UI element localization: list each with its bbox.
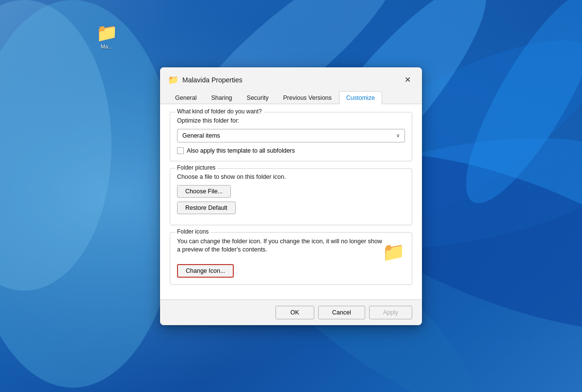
- dropdown-value: General items: [182, 132, 220, 139]
- change-icon-button[interactable]: Change Icon...: [177, 264, 234, 278]
- folder-type-section: What kind of folder do you want? Optimiz…: [170, 112, 412, 161]
- tab-customize[interactable]: Customize: [339, 91, 382, 104]
- ok-button[interactable]: OK: [275, 306, 314, 319]
- tab-sharing[interactable]: Sharing: [204, 91, 239, 104]
- folder-type-label: What kind of folder do you want?: [175, 108, 264, 115]
- dialog-overlay: 📁 Malavida Properties ✕ General Sharing …: [0, 0, 582, 392]
- title-bar-folder-icon: 📁: [168, 75, 178, 85]
- dropdown-arrow-icon: ∨: [396, 133, 400, 138]
- tab-previous-versions[interactable]: Previous Versions: [276, 91, 339, 104]
- folder-icons-label: Folder icons: [175, 228, 210, 235]
- folder-preview-icon: 📁: [382, 241, 405, 263]
- tab-general[interactable]: General: [168, 91, 204, 104]
- folder-pictures-label: Folder pictures: [175, 164, 217, 171]
- folder-pictures-section: Folder pictures Choose a file to show on…: [170, 168, 412, 225]
- subfolder-checkbox-row: Also apply this template to all subfolde…: [177, 147, 405, 154]
- subfolder-checkbox-label: Also apply this template to all subfolde…: [187, 147, 295, 154]
- tabs-bar: General Sharing Security Previous Versio…: [160, 87, 422, 104]
- dialog-footer: OK Cancel Apply: [160, 299, 422, 325]
- title-bar: 📁 Malavida Properties ✕: [160, 67, 422, 87]
- folder-type-subtitle: Optimize this folder for:: [177, 117, 405, 124]
- choose-file-button[interactable]: Choose File...: [177, 185, 231, 198]
- subfolder-checkbox[interactable]: [177, 147, 184, 154]
- tab-security[interactable]: Security: [240, 91, 276, 104]
- folder-pictures-subtitle: Choose a file to show on this folder ico…: [177, 173, 405, 180]
- folder-icons-section: Folder icons You can change the folder i…: [170, 232, 412, 285]
- title-bar-left: 📁 Malavida Properties: [168, 75, 242, 85]
- close-button[interactable]: ✕: [401, 73, 414, 87]
- dialog-content: What kind of folder do you want? Optimiz…: [160, 104, 422, 299]
- folder-type-dropdown[interactable]: General items ∨: [177, 129, 405, 142]
- properties-dialog: 📁 Malavida Properties ✕ General Sharing …: [160, 67, 422, 325]
- folder-icons-description: You can change the folder icon. If you c…: [177, 237, 382, 254]
- apply-button[interactable]: Apply: [369, 306, 412, 319]
- title-bar-title: Malavida Properties: [182, 76, 242, 84]
- cancel-button[interactable]: Cancel: [318, 306, 365, 319]
- restore-default-button[interactable]: Restore Default: [177, 202, 236, 214]
